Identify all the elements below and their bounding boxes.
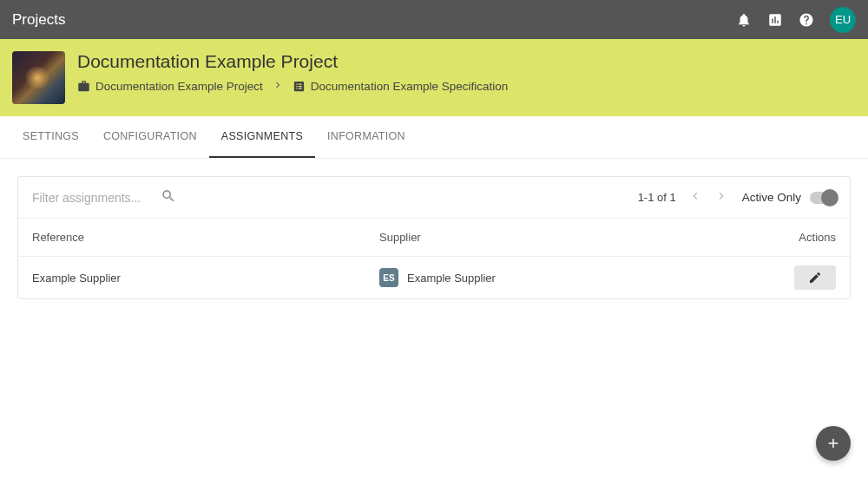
topbar-actions: EU <box>736 7 856 33</box>
table-header: Reference Supplier Actions <box>18 219 850 257</box>
chevron-right-icon <box>272 79 284 94</box>
cell-actions <box>749 265 836 290</box>
toolbar-right: 1-1 of 1 Active Only <box>638 189 836 206</box>
briefcase-icon <box>77 80 90 93</box>
toggle-knob <box>821 189 838 206</box>
chevron-right-icon <box>714 189 728 203</box>
topbar: Projects EU <box>0 0 868 39</box>
chevron-left-icon <box>688 189 702 203</box>
bell-icon[interactable] <box>736 12 752 28</box>
breadcrumb-project-label: Documentation Example Project <box>95 80 263 93</box>
tab-assignments[interactable]: ASSIGNMENTS <box>209 116 315 158</box>
pencil-icon <box>808 271 822 285</box>
app-title: Projects <box>12 11 65 29</box>
cell-reference: Example Supplier <box>32 272 379 285</box>
filter-input[interactable] <box>32 191 154 205</box>
plus-icon <box>825 435 841 451</box>
search-icon[interactable] <box>161 188 176 207</box>
project-title: Documentation Example Project <box>77 51 508 72</box>
pager-next-button[interactable] <box>714 189 728 206</box>
filter-wrap <box>32 188 638 207</box>
help-icon[interactable] <box>799 12 814 28</box>
cell-supplier: ES Example Supplier <box>379 268 749 287</box>
breadcrumb-specification[interactable]: Documentation Example Specification <box>293 80 508 93</box>
content-area: 1-1 of 1 Active Only Reference <box>0 159 868 317</box>
avatar[interactable]: EU <box>830 7 856 33</box>
tab-information[interactable]: INFORMATION <box>315 116 418 158</box>
tab-settings[interactable]: SETTINGS <box>10 116 91 158</box>
table-row: Example Supplier ES Example Supplier <box>18 257 850 298</box>
active-only-toggle[interactable] <box>810 192 836 204</box>
breadcrumb-project[interactable]: Documentation Example Project <box>77 80 263 93</box>
edit-button[interactable] <box>794 265 836 290</box>
pager-prev-button[interactable] <box>688 189 702 206</box>
tab-configuration[interactable]: CONFIGURATION <box>91 116 209 158</box>
project-info: Documentation Example Project Documentat… <box>77 51 508 104</box>
tabs: SETTINGS CONFIGURATION ASSIGNMENTS INFOR… <box>0 116 868 159</box>
panel-toolbar: 1-1 of 1 Active Only <box>18 177 850 219</box>
assignments-panel: 1-1 of 1 Active Only Reference <box>17 176 851 299</box>
pagination-label: 1-1 of 1 <box>638 191 676 204</box>
chart-icon[interactable] <box>767 12 783 28</box>
supplier-badge: ES <box>379 268 398 287</box>
header-actions: Actions <box>749 231 836 244</box>
header-reference: Reference <box>32 231 379 244</box>
list-box-icon <box>293 80 306 93</box>
active-only-control: Active Only <box>742 191 836 204</box>
breadcrumb: Documentation Example Project Documentat… <box>77 79 508 94</box>
add-fab[interactable] <box>816 426 851 461</box>
active-only-label: Active Only <box>742 191 801 204</box>
supplier-name: Example Supplier <box>407 272 496 285</box>
pagination: 1-1 of 1 <box>638 189 728 206</box>
project-banner: Documentation Example Project Documentat… <box>0 39 868 116</box>
header-supplier: Supplier <box>379 231 749 244</box>
breadcrumb-specification-label: Documentation Example Specification <box>311 80 508 93</box>
project-thumbnail <box>12 51 65 104</box>
